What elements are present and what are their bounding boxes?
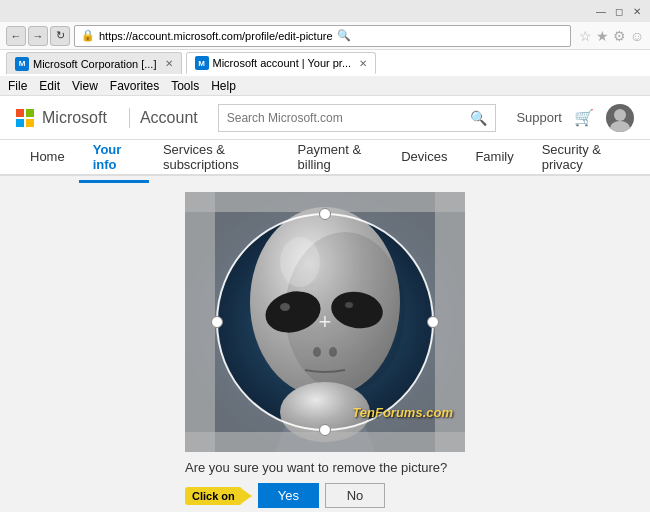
crop-handle-right[interactable]: [427, 316, 439, 328]
lock-icon: 🔒: [81, 29, 95, 42]
search-bar[interactable]: 🔍: [218, 104, 497, 132]
minimize-button[interactable]: —: [594, 4, 608, 18]
address-bar: ← → ↻ 🔒 https://account.microsoft.com/pr…: [0, 22, 650, 50]
menu-bar: File Edit View Favorites Tools Help: [0, 76, 650, 96]
smiley-icon[interactable]: ☺: [630, 28, 644, 44]
header-divider: [129, 108, 130, 128]
microsoft-logo[interactable]: Microsoft: [16, 109, 107, 127]
tab-bar: M Microsoft Corporation [...] ✕ M Micros…: [0, 50, 650, 76]
menu-favorites[interactable]: Favorites: [110, 79, 159, 93]
tab-close-2[interactable]: ✕: [359, 58, 367, 69]
nav-payment[interactable]: Payment & billing: [284, 134, 388, 183]
url-search-icon: 🔍: [337, 29, 351, 42]
tab-label-1: Microsoft Corporation [...]: [33, 58, 157, 70]
nav-your-info[interactable]: Your info: [79, 134, 149, 183]
back-button[interactable]: ←: [6, 26, 26, 46]
cart-icon[interactable]: 🛒: [574, 108, 594, 127]
crop-handle-top[interactable]: [319, 208, 331, 220]
support-link[interactable]: Support: [516, 110, 562, 125]
crop-handle-left[interactable]: [211, 316, 223, 328]
watermark-text: TenForums.com: [352, 405, 453, 420]
nav-family[interactable]: Family: [461, 141, 527, 175]
search-input[interactable]: [227, 111, 467, 125]
tab-label-2: Microsoft account | Your pr...: [213, 57, 352, 69]
menu-file[interactable]: File: [8, 79, 27, 93]
tab-favicon-1: M: [15, 57, 29, 71]
tab-close-1[interactable]: ✕: [165, 58, 173, 69]
yes-button[interactable]: Yes: [258, 483, 319, 508]
menu-view[interactable]: View: [72, 79, 98, 93]
tab-microsoft-corp[interactable]: M Microsoft Corporation [...] ✕: [6, 52, 182, 74]
nav-home[interactable]: Home: [16, 141, 79, 175]
logo-text: Microsoft: [42, 109, 107, 127]
annotation-row: Click on Yes No: [185, 483, 465, 508]
logo-sq-red: [16, 109, 24, 117]
main-nav: Home Your info Services & subscriptions …: [0, 140, 650, 176]
refresh-button[interactable]: ↻: [50, 26, 70, 46]
restore-button[interactable]: ◻: [612, 4, 626, 18]
tab-favicon-2: M: [195, 56, 209, 70]
logo-sq-green: [26, 109, 34, 117]
star-icon[interactable]: ☆: [579, 28, 592, 44]
crop-handle-bottom[interactable]: [319, 424, 331, 436]
logo-sq-blue: [16, 119, 24, 127]
menu-tools[interactable]: Tools: [171, 79, 199, 93]
image-editor: + TenForums.com: [185, 192, 465, 452]
url-display: https://account.microsoft.com/profile/ed…: [99, 30, 333, 42]
close-button[interactable]: ✕: [630, 4, 644, 18]
account-label: Account: [140, 109, 198, 127]
no-button[interactable]: No: [325, 483, 385, 508]
click-on-label: Click on: [185, 487, 242, 505]
confirm-question: Are you sure you want to remove the pict…: [185, 460, 465, 475]
settings-icon[interactable]: ⚙: [613, 28, 626, 44]
header-right: Support 🛒: [516, 104, 634, 132]
svg-point-0: [614, 109, 626, 121]
nav-services[interactable]: Services & subscriptions: [149, 134, 284, 183]
title-bar: — ◻ ✕: [0, 0, 650, 22]
window-chrome: — ◻ ✕ ← → ↻ 🔒 https://account.microsoft.…: [0, 0, 650, 96]
forward-button[interactable]: →: [28, 26, 48, 46]
menu-help[interactable]: Help: [211, 79, 236, 93]
click-on-annotation: Click on: [185, 487, 252, 505]
confirm-section: Are you sure you want to remove the pict…: [185, 460, 465, 512]
tab-ms-account[interactable]: M Microsoft account | Your pr... ✕: [186, 52, 377, 74]
menu-edit[interactable]: Edit: [39, 79, 60, 93]
svg-point-1: [610, 121, 630, 132]
user-avatar[interactable]: [606, 104, 634, 132]
browser-nav-buttons: ← → ↻: [6, 26, 70, 46]
click-arrow-icon: [242, 489, 252, 503]
logo-squares: [16, 109, 34, 127]
nav-devices[interactable]: Devices: [387, 141, 461, 175]
star2-icon[interactable]: ★: [596, 28, 609, 44]
search-icon[interactable]: 🔍: [470, 110, 487, 126]
nav-security[interactable]: Security & privacy: [528, 134, 634, 183]
logo-sq-yellow: [26, 119, 34, 127]
title-bar-right: — ◻ ✕: [594, 4, 644, 18]
url-bar[interactable]: 🔒 https://account.microsoft.com/profile/…: [74, 25, 571, 47]
main-content: + TenForums.com Are you sure you want to…: [0, 176, 650, 512]
